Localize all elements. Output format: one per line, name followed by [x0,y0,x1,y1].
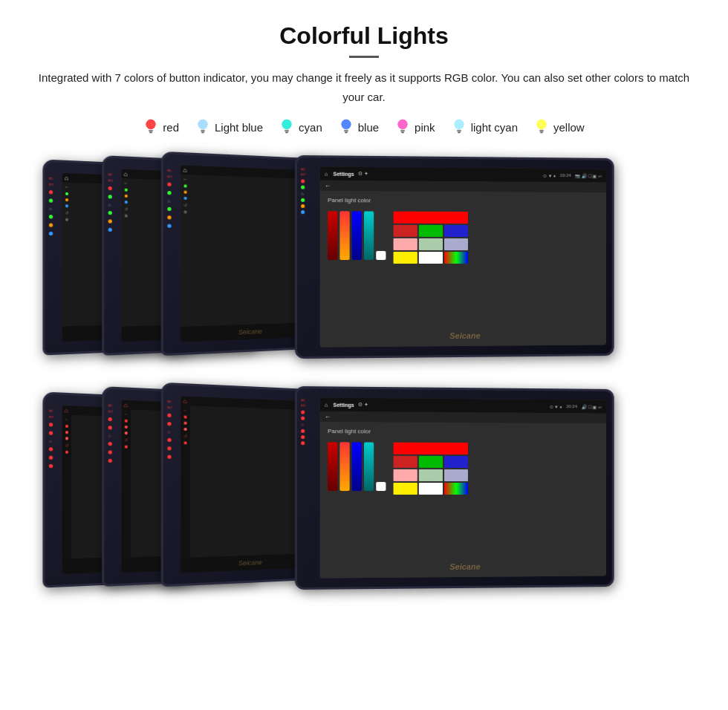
bottom-device-group: MIC RST ⌂ ⌂ ← [45,384,683,603]
color-item-lightcyan: light cyan [452,118,518,136]
color-label-lightblue: Light blue [215,121,263,134]
svg-point-17 [398,120,408,129]
time-display-bottom: 20:24 [566,404,577,408]
device-top-4: MIC RST ⌂ ⌂ Settings ⚙ ✦ [295,155,614,359]
page-title: Colorful Lights [30,22,698,50]
svg-rect-22 [457,130,461,132]
svg-rect-3 [149,131,152,133]
sidebar-b2: ← ↺ [122,409,131,558]
bottom-devices-row: MIC RST ⌂ ⌂ ← [30,384,698,603]
top-devices-row: MIC RST ⌂ ⌂ ← [30,155,698,371]
svg-rect-26 [539,130,544,132]
svg-point-1 [146,120,156,129]
color-grid-bottom [394,443,468,495]
title-divider [349,56,379,58]
color-label-pink: pink [415,121,435,134]
watermark-bottom: Seicane [449,562,481,571]
sidebar-2: ← ↺ [122,178,131,327]
sidebar-b3: ← ↺ [181,406,190,558]
color-grid-top [394,212,468,264]
red-bulb-icon [143,118,158,136]
color-indicator-row: red Light blue cyan [30,118,698,136]
cyan-bulb-icon [279,118,294,136]
title-section: Colorful Lights Integrated with 7 colors… [30,22,698,106]
color-item-cyan: cyan [279,118,322,136]
color-item-blue: blue [339,118,379,136]
color-bars-bottom [328,442,386,491]
lightblue-bulb-icon [195,118,210,136]
svg-rect-27 [540,131,543,133]
svg-rect-6 [201,130,205,132]
color-label-cyan: cyan [299,121,322,134]
svg-rect-15 [345,131,348,133]
color-bars-top [328,211,386,260]
sidebar-1: ← ↺ [62,182,71,326]
left-buttons-col-b3: MIC RST ⌂ [167,400,172,460]
color-label-red: red [163,121,179,134]
svg-rect-2 [149,130,154,132]
left-buttons-col-1: MIC RST ⌂ [49,178,53,237]
left-buttons-col-b1: MIC RST ⌂ [49,410,53,469]
yellow-bulb-icon [534,118,549,136]
svg-rect-7 [201,131,204,133]
color-label-blue: blue [358,121,379,134]
svg-rect-19 [401,131,404,133]
svg-rect-14 [344,130,348,132]
svg-point-21 [454,120,464,129]
left-buttons-col-b2: MIC RST ⌂ [108,404,113,463]
device-bottom-4: MIC RST ⌂ ⌂ Settings ⚙ ✦ [295,386,614,590]
sidebar-b1: ← ↺ [62,414,71,558]
main-screen-top: ⌂ Settings ⚙ ✦ ⊙ ▼ ♦ 20:24 📷 🔊 ☐ ▣ ↩ ← [320,166,606,347]
settings-title-bottom: Settings [333,402,354,407]
svg-rect-18 [400,130,405,132]
panel-light-color-label: Panel light color [328,197,599,205]
color-item-yellow: yellow [534,118,585,136]
color-label-yellow: yellow [553,121,585,134]
color-label-lightcyan: light cyan [471,121,518,134]
settings-title: Settings [333,171,354,176]
color-item-pink: pink [395,118,435,136]
svg-rect-23 [458,131,461,133]
blue-bulb-icon [339,118,354,136]
svg-rect-11 [285,131,288,133]
color-item-red: red [143,118,179,136]
watermark-top: Seicane [449,331,481,340]
svg-point-9 [282,120,292,129]
svg-point-25 [537,120,547,129]
panel-light-color-label-bottom: Panel light color [328,428,599,436]
svg-rect-10 [285,130,289,132]
sidebar-3: ← ↺ [181,175,190,327]
main-screen-bottom: ⌂ Settings ⚙ ✦ ⊙ ▼ ♦ 20:24 🔊 ☐ ▣ ↩ ← [320,397,606,578]
pink-bulb-icon [395,118,410,136]
svg-point-13 [341,120,351,129]
page-container: Colorful Lights Integrated with 7 colors… [0,0,728,625]
left-buttons-col-3: MIC RST ⌂ [167,169,172,229]
lightcyan-bulb-icon [452,118,467,136]
time-display-top: 20:24 [560,173,571,178]
color-item-lightblue: Light blue [195,118,263,136]
top-device-group: MIC RST ⌂ ⌂ ← [45,155,683,371]
svg-point-5 [198,120,208,129]
description-text: Integrated with 7 colors of button indic… [30,68,698,106]
left-buttons-col-2: MIC RST ⌂ [108,173,113,232]
